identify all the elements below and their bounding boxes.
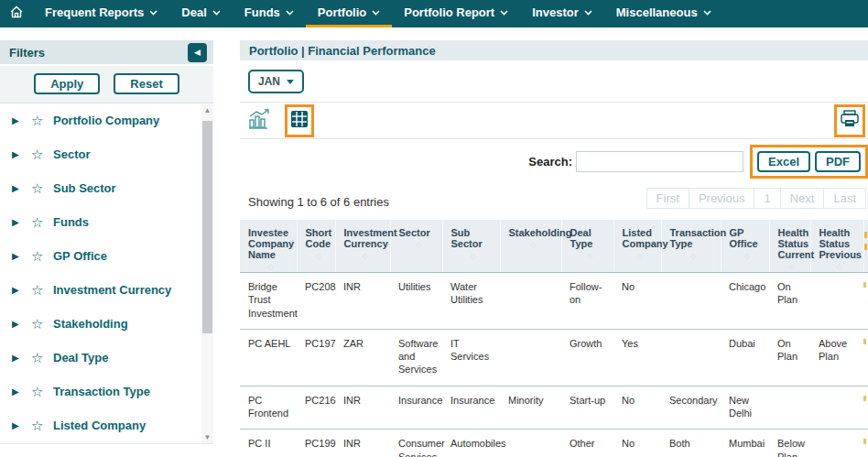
filter-item[interactable]: ▶ ☆ Sector [0,137,213,171]
apply-button[interactable]: Apply [34,73,100,94]
table-view-button[interactable] [290,110,309,132]
table-column-header[interactable]: Investment Currency ◇ [335,220,390,273]
filter-item[interactable]: ▶ ☆ GP Office [0,239,213,273]
clipped-cell-edge [863,430,868,457]
nav-item-label: Portfolio Report [404,5,494,19]
pagination-button[interactable]: Previous [689,188,755,209]
table-column-header[interactable]: Health Status Previous ◇ [810,220,863,273]
nav-items: Frequent Reports Deal Funds Portfolio Po [33,0,723,27]
table-cell [661,329,721,386]
sidebar-collapse-button[interactable]: ◀ [188,43,207,62]
nav-item[interactable]: Miscellaneous [604,0,723,27]
excel-export-button[interactable]: Excel [757,151,810,172]
star-icon[interactable]: ☆ [31,283,53,297]
table-meta-row: Showing 1 to 6 of 6 entries FirstPreviou… [240,182,868,220]
filter-item-label: GP Office [53,249,107,263]
table-column-header[interactable]: Deal Type ◇ [561,220,613,273]
star-icon[interactable]: ☆ [31,317,53,331]
table-row[interactable]: Bridge Trust InvestmentPC208INRUtilities… [240,273,868,330]
nav-item[interactable]: Investor [520,0,604,27]
sort-icon: ◇ [248,263,293,271]
nav-item[interactable]: Frequent Reports [33,0,169,27]
filter-item[interactable]: ▶ ☆ Deal Type [0,341,213,375]
star-icon[interactable]: ☆ [31,351,53,365]
main-content: Portfolio | Financial Performance JAN [240,40,868,457]
expand-triangle-icon[interactable]: ▶ [12,251,31,261]
pagination-button[interactable]: 1 [754,188,780,209]
column-header-label: Sub Sector [451,227,483,249]
nav-item[interactable]: Funds [233,0,306,27]
pagination-button[interactable]: Last [823,188,866,209]
home-icon [9,5,24,23]
column-header-label: Sector [399,227,430,238]
expand-triangle-icon[interactable]: ▶ [12,285,31,295]
pagination-button[interactable]: First [646,188,689,209]
printer-icon [840,110,860,132]
nav-item[interactable]: Deal [169,0,232,27]
filter-item[interactable]: ▶ ☆ Sub Sector [0,171,213,205]
expand-triangle-icon[interactable]: ▶ [12,183,31,193]
print-highlight [834,104,865,137]
expand-triangle-icon[interactable]: ▶ [12,319,31,329]
scrollbar-thumb[interactable] [202,121,212,333]
table-column-header[interactable]: Listed Company ◇ [613,220,661,273]
star-icon[interactable]: ☆ [31,215,53,229]
column-header-label: Short Code [306,227,332,249]
table-column-header[interactable]: Sub Sector ◇ [442,220,500,273]
table-row[interactable]: PC FrontendPC216INRInsuranceInsuranceMin… [240,386,868,430]
table-column-header[interactable]: Sector ◇ [390,220,442,273]
table-column-header[interactable]: Short Code ◇ [297,220,335,273]
chart-view-button[interactable] [248,109,272,133]
chevron-down-icon [372,10,380,16]
table-row[interactable]: PC AEHLPC197ZARSoftware and ServicesIT S… [240,329,868,386]
filter-item[interactable]: ▶ ☆ Funds [0,205,213,239]
scroll-down-icon[interactable]: ▼ [201,431,213,443]
filter-item[interactable]: ▶ ☆ Transaction Type [0,375,213,408]
pagination-button[interactable]: Next [780,188,825,209]
filter-item-label: Deal Type [53,351,108,365]
table-column-header[interactable]: Health Status Current ◇ [769,220,810,273]
page-title: Portfolio | Financial Performance [240,40,868,60]
star-icon[interactable]: ☆ [31,114,53,127]
star-icon[interactable]: ☆ [31,249,53,263]
expand-triangle-icon[interactable]: ▶ [12,115,31,125]
nav-item-label: Investor [532,5,579,19]
table-cell: New Delhi [721,386,769,430]
export-highlight: Excel PDF [750,145,868,179]
reset-button[interactable]: Reset [114,73,179,94]
expand-triangle-icon[interactable]: ▶ [12,386,31,397]
chevron-down-icon [500,10,508,16]
home-button[interactable] [0,0,33,27]
nav-item[interactable]: Portfolio Report [392,0,520,27]
filter-item-label: Sub Sector [53,181,116,195]
sidebar-scrollbar[interactable]: ▲ ▼ [201,104,213,443]
expand-triangle-icon[interactable]: ▶ [12,149,31,159]
scroll-up-icon[interactable]: ▲ [201,104,213,116]
star-icon[interactable]: ☆ [31,385,53,398]
pdf-export-button[interactable]: PDF [815,151,861,172]
table-column-header[interactable]: Transaction Type ◇ [661,220,721,273]
table-column-header[interactable]: Investee Company Name ◇ [240,220,297,273]
expand-triangle-icon[interactable]: ▶ [12,217,31,227]
print-button[interactable] [840,110,860,132]
table-cell: INR [335,386,390,430]
search-input[interactable] [576,151,743,172]
month-dropdown[interactable]: JAN [248,70,304,93]
nav-item[interactable]: Portfolio [306,0,392,27]
star-icon[interactable]: ☆ [31,147,53,161]
chevron-down-icon [212,10,221,16]
star-icon[interactable]: ☆ [31,419,53,432]
filter-item[interactable]: ▶ ☆ Investment Currency [0,273,213,307]
table-cell: Mumbai [721,430,769,457]
table-cell: PC208 [297,273,335,330]
expand-triangle-icon[interactable]: ▶ [12,420,31,430]
star-icon[interactable]: ☆ [31,181,53,195]
expand-triangle-icon[interactable]: ▶ [12,353,31,363]
table-cell: On Plan [769,329,810,386]
table-column-header[interactable]: Stakeholding ◇ [500,220,561,273]
filter-item[interactable]: ▶ ☆ Listed Company [0,408,213,442]
filter-item[interactable]: ▶ ☆ Stakeholding [0,307,213,341]
table-column-header[interactable]: GP Office ◇ [721,220,769,273]
filter-item[interactable]: ▶ ☆ Portfolio Company [0,103,213,137]
table-row[interactable]: PC IIPC199INRConsumer ServicesAutomobile… [240,430,868,457]
